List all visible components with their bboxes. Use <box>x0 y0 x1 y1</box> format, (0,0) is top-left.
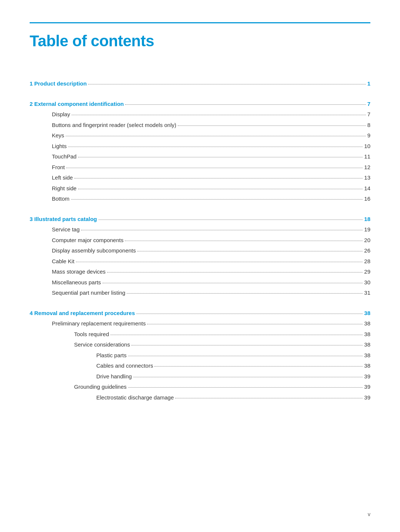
toc-item-label: Computer major components <box>52 236 123 245</box>
toc-item[interactable]: Sequential part number listing31 <box>30 289 370 297</box>
toc-dots <box>78 189 363 189</box>
toc-item[interactable]: Cables and connectors38 <box>30 362 370 370</box>
page-number: v <box>368 511 370 517</box>
toc-item[interactable]: Miscellaneous parts30 <box>30 278 370 287</box>
toc-dots <box>81 230 363 230</box>
toc-item-page: 28 <box>364 257 370 266</box>
toc-item[interactable]: Service tag19 <box>30 225 370 234</box>
toc-chapter-page: 38 <box>364 309 370 318</box>
toc-item-label: TouchPad <box>52 153 77 161</box>
toc-item-label: Display <box>52 110 70 119</box>
toc-item-label: Lights <box>52 142 67 151</box>
toc-item[interactable]: Computer major components20 <box>30 236 370 245</box>
toc-item[interactable]: TouchPad11 <box>30 153 370 161</box>
toc-dots <box>127 293 363 294</box>
toc-chapter-label: 4 Removal and replacement procedures <box>30 309 135 318</box>
toc-chapter-label: 1 Product description <box>30 80 87 88</box>
page-title: Table of contents <box>30 32 370 50</box>
toc-item[interactable]: Front12 <box>30 163 370 172</box>
toc-item[interactable]: Grounding guidelines39 <box>30 383 370 391</box>
toc-item[interactable]: Drive handling39 <box>30 372 370 381</box>
toc-item-page: 16 <box>364 195 370 203</box>
toc-item-label: Sequential part number listing <box>52 289 125 297</box>
toc-item-label: Preliminary replacement requirements <box>52 319 146 328</box>
toc-dots <box>175 398 363 398</box>
toc-item[interactable]: Plastic parts38 <box>30 351 370 360</box>
toc-dots <box>71 199 363 200</box>
toc-dots <box>131 345 363 345</box>
toc-item[interactable]: Electrostatic discharge damage39 <box>30 394 370 402</box>
toc-item[interactable]: Buttons and fingerprint reader (select m… <box>30 121 370 130</box>
toc-dots <box>66 168 363 168</box>
toc-item-label: Bottom <box>52 195 70 203</box>
toc-item-page: 30 <box>364 278 370 287</box>
toc-item[interactable]: Cable Kit28 <box>30 257 370 266</box>
toc-group-ch3: 3 Illustrated parts catalog18Service tag… <box>30 215 370 297</box>
toc-item-page: 31 <box>364 289 370 297</box>
toc-dots <box>103 283 363 283</box>
toc-content: 1 Product description12 External compone… <box>30 80 370 402</box>
toc-dots <box>128 387 363 388</box>
toc-item[interactable]: Keys9 <box>30 131 370 140</box>
toc-item[interactable]: Mass storage devices29 <box>30 268 370 276</box>
toc-chapter-ch4[interactable]: 4 Removal and replacement procedures38 <box>30 309 370 318</box>
toc-chapter-page: 7 <box>367 100 370 108</box>
toc-item[interactable]: Display assembly subcomponents26 <box>30 247 370 255</box>
toc-item-label: Front <box>52 163 65 172</box>
toc-item-label: Drive handling <box>96 372 132 381</box>
toc-item-label: Left side <box>52 174 73 182</box>
toc-item-page: 29 <box>364 268 370 276</box>
toc-item[interactable]: Left side13 <box>30 174 370 182</box>
toc-chapter-ch2[interactable]: 2 External component identification7 <box>30 100 370 108</box>
toc-chapter-ch3[interactable]: 3 Illustrated parts catalog18 <box>30 215 370 224</box>
toc-item-label: Display assembly subcomponents <box>52 247 136 255</box>
toc-item[interactable]: Tools required38 <box>30 330 370 339</box>
toc-dots <box>110 335 363 335</box>
toc-item-label: Service considerations <box>74 341 130 349</box>
toc-item[interactable]: Preliminary replacement requirements38 <box>30 319 370 328</box>
top-rule <box>30 22 370 23</box>
toc-dots <box>78 157 363 157</box>
toc-chapter-label: 3 Illustrated parts catalog <box>30 215 97 224</box>
toc-item-label: Electrostatic discharge damage <box>96 394 174 402</box>
toc-dots <box>154 366 363 367</box>
toc-dots <box>99 220 363 220</box>
toc-item[interactable]: Bottom16 <box>30 195 370 203</box>
toc-dots <box>178 126 366 126</box>
toc-item-page: 38 <box>364 330 370 339</box>
toc-item-page: 20 <box>364 236 370 245</box>
toc-dots <box>128 356 363 356</box>
toc-dots <box>137 251 363 251</box>
toc-item[interactable]: Right side14 <box>30 184 370 193</box>
toc-item-page: 10 <box>364 142 370 151</box>
toc-dots <box>125 241 363 241</box>
toc-chapter-ch1[interactable]: 1 Product description1 <box>30 80 370 88</box>
toc-item-page: 39 <box>364 372 370 381</box>
toc-item-page: 19 <box>364 225 370 234</box>
toc-dots <box>147 324 363 324</box>
toc-item-page: 12 <box>364 163 370 172</box>
toc-dots <box>66 136 366 136</box>
toc-item-label: Miscellaneous parts <box>52 278 101 287</box>
toc-item[interactable]: Service considerations38 <box>30 341 370 349</box>
toc-item-page: 11 <box>364 153 370 161</box>
toc-item-page: 14 <box>364 184 370 193</box>
toc-item-label: Tools required <box>74 330 109 339</box>
toc-dots <box>74 178 363 178</box>
toc-item[interactable]: Lights10 <box>30 142 370 151</box>
toc-item-label: Plastic parts <box>96 351 127 360</box>
page-footer: v <box>368 511 370 517</box>
toc-item-page: 7 <box>367 110 370 119</box>
toc-item-page: 38 <box>364 362 370 370</box>
toc-item[interactable]: Display7 <box>30 110 370 119</box>
toc-item-label: Grounding guidelines <box>74 383 127 391</box>
toc-item-page: 39 <box>364 394 370 402</box>
toc-chapter-label: 2 External component identification <box>30 100 124 108</box>
toc-chapter-page: 1 <box>367 80 370 88</box>
toc-item-page: 38 <box>364 319 370 328</box>
toc-dots <box>136 314 363 314</box>
toc-dots <box>107 272 363 272</box>
toc-item-label: Mass storage devices <box>52 268 106 276</box>
toc-item-label: Service tag <box>52 225 80 234</box>
toc-dots <box>133 377 363 377</box>
